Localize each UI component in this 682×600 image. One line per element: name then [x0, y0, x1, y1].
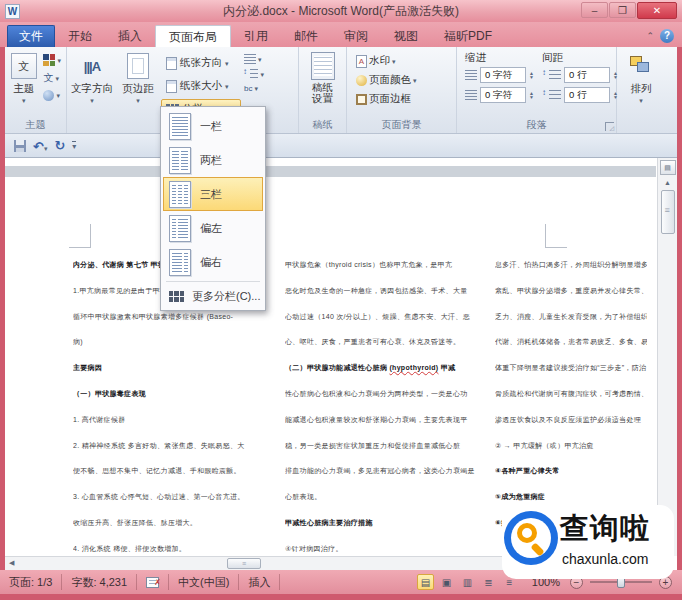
page-borders-button[interactable]: 页面边框 — [353, 91, 420, 107]
group-label-paper: 稿纸 — [299, 118, 346, 132]
doc-line: 2. 精神神经系统 多言好动、紧张焦虑、失眠易怒、大 — [73, 433, 273, 459]
orientation-button[interactable]: 纸张方向▾ — [161, 53, 241, 73]
doc-line: 收缩压升高、舒张压降低、脉压增大。 — [73, 510, 273, 536]
tab-mailings[interactable]: 邮件 — [281, 25, 331, 47]
spellcheck-status[interactable] — [137, 574, 169, 590]
menu-item-right[interactable]: 偏右 — [163, 245, 263, 279]
doc-column-2[interactable]: 甲状腺危象（thyroid crisis）也称甲亢危象，是甲亢恶化时危及生命的一… — [285, 252, 485, 562]
line-numbers-button[interactable]: ▾ — [241, 68, 267, 80]
tab-view[interactable]: 视图 — [381, 25, 431, 47]
page-indicator[interactable]: 页面: 1/3 — [0, 574, 62, 590]
indent-left-field[interactable]: 0 字符 — [480, 67, 526, 83]
doc-line: 渗透压饮食以及不良反应须监护必须适当处理 — [495, 407, 647, 433]
web-layout-view-icon[interactable]: ▥ — [459, 574, 476, 590]
doc-line: （一）甲状腺毒症表现 — [73, 381, 273, 407]
doc-line: 1. 高代谢症候群 — [73, 407, 273, 433]
doc-line: 排血功能的心力衰竭，多见患有冠心病者，这类心力衰竭是 — [285, 458, 485, 484]
close-button[interactable]: ✕ — [637, 2, 677, 19]
doc-line: 心动过速（140 次/分以上）、烦躁、焦虑不安、大汗、恶 — [285, 304, 485, 330]
tab-page-layout[interactable]: 页面布局 — [155, 25, 231, 47]
title-bar[interactable]: W 内分泌.docx - Microsoft Word(产品激活失败) – ❐ … — [0, 0, 682, 22]
watermark-button[interactable]: A水印▾ — [353, 53, 420, 69]
group-arrange: 排列 ▾ — [617, 47, 665, 133]
doc-line: 骨质疏松和代谢病可有腹泻症状，可考虑酌情、高 — [495, 381, 647, 407]
magnifier-logo-icon — [504, 511, 558, 565]
tab-file[interactable]: 文件 — [7, 25, 55, 47]
minimize-button[interactable]: – — [581, 2, 608, 18]
menu-item-three-columns[interactable]: 三栏 — [163, 177, 263, 211]
arrange-button[interactable]: 排列 ▾ — [619, 49, 663, 115]
breaks-icon — [244, 54, 256, 64]
undo-icon: ↶ — [33, 139, 44, 154]
quick-access-toolbar: ↶▾ ↻ ▾ — [5, 134, 677, 158]
text-direction-button[interactable]: |||A 文字方向 ▾ — [69, 49, 115, 115]
theme-colors-button[interactable]: ▾ — [40, 53, 64, 67]
spinner-icon[interactable]: ▲▼ — [529, 91, 534, 99]
spinner-icon[interactable]: ▲▼ — [529, 71, 534, 79]
three-columns-icon — [169, 181, 191, 208]
vertical-scroll-thumb[interactable] — [661, 190, 675, 234]
menu-item-two-columns[interactable]: 两栏 — [163, 143, 263, 177]
grid-paper-icon — [311, 52, 335, 80]
indent-right-field[interactable]: 0 字符 — [480, 87, 526, 103]
doc-line: 代谢、消耗机体储备，患者常易疲乏、多食、易饥 — [495, 329, 647, 355]
tab-insert[interactable]: 插入 — [105, 25, 155, 47]
menu-item-more-columns[interactable]: 更多分栏(C)... — [163, 284, 263, 308]
maximize-button[interactable]: ❐ — [609, 2, 636, 18]
fullscreen-reading-view-icon[interactable]: ▣ — [438, 574, 455, 590]
tab-references[interactable]: 引用 — [231, 25, 281, 47]
redo-icon[interactable]: ↻ — [54, 138, 65, 153]
space-after-field[interactable]: 0 行 — [564, 87, 610, 103]
tab-review[interactable]: 审阅 — [331, 25, 381, 47]
columns-dropdown-menu: 一栏 两栏 三栏 偏左 偏右 更多分栏(C)... — [160, 106, 266, 311]
one-column-icon — [169, 113, 191, 140]
scroll-up-icon[interactable]: ▲ — [664, 179, 671, 186]
chevron-down-icon: ▾ — [22, 97, 26, 105]
tab-home[interactable]: 开始 — [55, 25, 105, 47]
margins-button[interactable]: 页边距 ▾ — [115, 49, 161, 115]
theme-fonts-button[interactable]: 文▾ — [40, 70, 64, 86]
minimize-ribbon-icon[interactable]: ⌃ — [646, 31, 654, 41]
menu-item-left[interactable]: 偏左 — [163, 211, 263, 245]
theme-effects-button[interactable]: ▾ — [40, 89, 64, 102]
doc-line: 病) — [73, 329, 273, 355]
doc-column-3[interactable]: 息多汗、怕热口渴多汗，外周组织分解明显增多代谢紊乱、甲状腺分泌增多，重度易并发心… — [495, 252, 647, 536]
save-icon[interactable] — [14, 140, 26, 152]
vertical-scrollbar[interactable]: ▤ ▲ ▼ — [657, 158, 677, 556]
hyphenation-button[interactable]: bc▾ — [241, 83, 267, 94]
language-indicator[interactable]: 中文(中国) — [169, 574, 239, 590]
scroll-left-icon[interactable]: ◀ — [9, 559, 14, 567]
word-count[interactable]: 字数: 4,231 — [62, 574, 137, 590]
themes-button[interactable]: 文 主题 ▾ — [7, 49, 40, 115]
insert-mode-indicator[interactable]: 插入 — [239, 574, 280, 590]
doc-line: 体重下降明显者建议接受治疗如“三步走”，防治 — [495, 355, 647, 381]
indent-label: 缩进 — [465, 51, 534, 65]
more-columns-icon — [169, 291, 184, 302]
print-layout-view-icon[interactable]: ▤ — [417, 574, 434, 590]
line-numbers-icon — [250, 69, 258, 79]
undo-button[interactable]: ↶▾ — [33, 137, 47, 155]
breaks-button[interactable]: ▾ — [241, 53, 267, 65]
menu-item-one-column[interactable]: 一栏 — [163, 109, 263, 143]
grid-paper-setup-button[interactable]: 稿纸 设置 — [301, 49, 344, 115]
margin-corner-mark — [69, 224, 91, 248]
outline-view-icon[interactable]: ≣ — [480, 574, 497, 590]
paragraph-dialog-launcher-icon[interactable] — [605, 122, 614, 131]
paper-size-button[interactable]: 纸张大小▾ — [161, 76, 241, 96]
doc-line: 3. 心血管系统 心悸气短、心动过速、第一心音亢进。 — [73, 484, 273, 510]
horizontal-scroll-thumb[interactable]: ≡ — [227, 558, 261, 569]
zoom-slider[interactable] — [590, 581, 652, 583]
hyphenation-icon: bc — [244, 84, 252, 93]
customize-qat-icon[interactable]: ▾ — [72, 141, 76, 151]
doc-line: （二）甲状腺功能减退性心脏病 (hypothyroid) 甲减 — [285, 355, 485, 381]
tab-foxit-pdf[interactable]: 福昕PDF — [431, 25, 505, 47]
space-before-field[interactable]: 0 行 — [564, 67, 610, 83]
right-column-icon — [169, 249, 191, 276]
page-color-button[interactable]: 页面颜色▾ — [353, 72, 420, 88]
help-icon[interactable]: ? — [660, 29, 674, 43]
ruler-toggle-icon[interactable]: ▤ — [660, 160, 676, 175]
paper-size-icon — [166, 80, 177, 93]
doc-line: 便不畅、思想不集中、记忆力减退、手和眼睑震颤。 — [73, 458, 273, 484]
doc-line: 心脏表现。 — [285, 484, 485, 510]
page-borders-icon — [356, 94, 367, 105]
